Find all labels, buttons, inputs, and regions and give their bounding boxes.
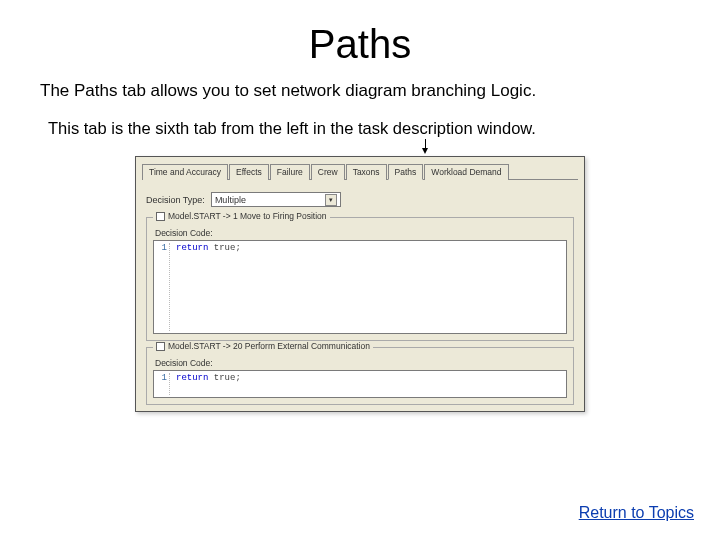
decision-code-label-2: Decision Code: xyxy=(155,358,567,368)
decision-code-editor-2[interactable]: 1 return true; xyxy=(153,370,567,398)
path-group-2-label: Model.START -> 20 Perform External Commu… xyxy=(168,341,370,351)
tab-time-and-accuracy[interactable]: Time and Accuracy xyxy=(142,164,228,180)
task-description-window: Time and Accuracy Effects Failure Crew T… xyxy=(135,156,585,412)
decision-type-label: Decision Type: xyxy=(146,195,205,205)
tab-workload-demand[interactable]: Workload Demand xyxy=(424,164,508,180)
path-group-1-checkbox[interactable] xyxy=(156,212,165,221)
tab-effects[interactable]: Effects xyxy=(229,164,269,180)
intro-paragraph-2: This tab is the sixth tab from the left … xyxy=(48,119,720,138)
code-text-1: return true; xyxy=(170,243,241,331)
path-group-2-checkbox[interactable] xyxy=(156,342,165,351)
path-group-1-title: Model.START -> 1 Move to Firing Position xyxy=(153,211,330,221)
path-group-1-label: Model.START -> 1 Move to Firing Position xyxy=(168,211,327,221)
intro-paragraph-1: The Paths tab allows you to set network … xyxy=(40,81,720,101)
decision-type-row: Decision Type: Multiple ▾ xyxy=(146,192,574,207)
decision-code-editor-1[interactable]: 1 return true; xyxy=(153,240,567,334)
tab-failure[interactable]: Failure xyxy=(270,164,310,180)
return-to-topics-link[interactable]: Return to Topics xyxy=(579,504,694,522)
arrow-indicator xyxy=(0,138,720,154)
tab-paths[interactable]: Paths xyxy=(388,164,424,180)
path-group-2-title: Model.START -> 20 Perform External Commu… xyxy=(153,341,373,351)
decision-code-label-1: Decision Code: xyxy=(155,228,567,238)
code-gutter-1: 1 xyxy=(156,243,170,331)
paths-panel: Decision Type: Multiple ▾ Model.START ->… xyxy=(142,179,578,405)
code-gutter-2: 1 xyxy=(156,373,170,395)
tab-taxons[interactable]: Taxons xyxy=(346,164,387,180)
decision-type-value: Multiple xyxy=(215,195,246,205)
path-group-2: Model.START -> 20 Perform External Commu… xyxy=(146,347,574,405)
code-text-2: return true; xyxy=(170,373,241,395)
tab-crew[interactable]: Crew xyxy=(311,164,345,180)
decision-type-select[interactable]: Multiple ▾ xyxy=(211,192,341,207)
page-title: Paths xyxy=(0,22,720,67)
tab-strip: Time and Accuracy Effects Failure Crew T… xyxy=(136,157,584,179)
path-group-1: Model.START -> 1 Move to Firing Position… xyxy=(146,217,574,341)
dropdown-arrow-icon[interactable]: ▾ xyxy=(325,194,337,206)
